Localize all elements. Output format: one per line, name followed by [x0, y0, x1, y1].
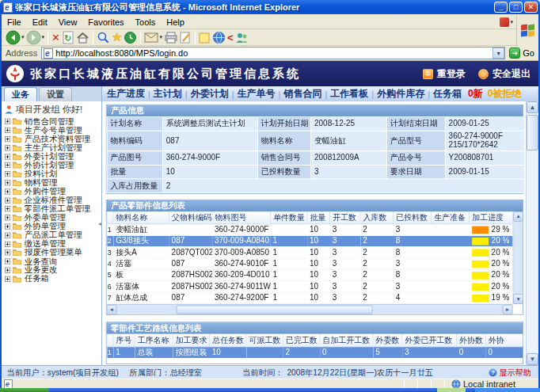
- column-header[interactable]: 批量: [307, 211, 330, 224]
- nav-item[interactable]: 任务箱: [433, 87, 462, 101]
- edit-button[interactable]: [180, 31, 192, 44]
- page-scroll-thumb[interactable]: [527, 115, 538, 150]
- tree-expand-icon[interactable]: [5, 249, 10, 255]
- column-header[interactable]: 可派工数: [246, 334, 283, 347]
- table-row[interactable]: 7缸体总成087360-274-9200F11032419 %: [107, 292, 512, 303]
- home-button[interactable]: [76, 31, 89, 44]
- tree-expand-icon[interactable]: [5, 162, 10, 168]
- windows-taskbar[interactable]: [0, 388, 540, 392]
- maximize-button[interactable]: □: [509, 2, 523, 13]
- column-header[interactable]: 已投料数: [394, 211, 432, 224]
- column-header[interactable]: 总任务数: [210, 334, 246, 347]
- menu-extension-icon[interactable]: [500, 17, 509, 27]
- nav-item[interactable]: 生产单号: [238, 87, 276, 101]
- column-header[interactable]: 单件数量: [270, 211, 306, 224]
- scroll-thumb[interactable]: [177, 305, 373, 314]
- tree-expand-icon[interactable]: [5, 259, 10, 265]
- nav-item[interactable]: 生产进度: [107, 87, 145, 101]
- page-vertical-scrollbar[interactable]: ▲ ▼: [526, 101, 538, 365]
- forward-button[interactable]: ▾: [26, 30, 45, 45]
- messenger-buddy-button[interactable]: [235, 32, 249, 44]
- nav-item[interactable]: 主计划: [154, 87, 182, 101]
- scroll-up-icon[interactable]: ▲: [513, 211, 523, 222]
- nav-item[interactable]: 外委计划: [191, 87, 229, 101]
- sidebar-collapse-arrow[interactable]: ◂: [98, 220, 101, 227]
- tree-expand-icon[interactable]: [5, 215, 10, 220]
- logout-button[interactable]: ◎ 安全退出: [478, 67, 530, 81]
- start-button-fragment[interactable]: [0, 388, 49, 392]
- history-button[interactable]: [124, 31, 137, 44]
- tree-expand-icon[interactable]: [5, 241, 10, 246]
- tree-expand-icon[interactable]: [5, 268, 10, 273]
- tab-settings[interactable]: 设置: [39, 87, 72, 101]
- column-header[interactable]: 外协: [485, 334, 523, 347]
- column-header[interactable]: 外委已开工数: [402, 334, 457, 347]
- tree-expand-icon[interactable]: [5, 232, 10, 238]
- show-help-link[interactable]: ? 显示帮助: [489, 367, 531, 378]
- scroll-left-icon[interactable]: ◄: [107, 305, 117, 315]
- page-scroll-up-icon[interactable]: ▲: [527, 101, 538, 113]
- menu-item-view[interactable]: View: [53, 17, 83, 27]
- tree-expand-icon[interactable]: [5, 197, 10, 203]
- column-header[interactable]: 自加工开工数: [320, 334, 373, 347]
- stop-button[interactable]: ✕: [51, 32, 60, 44]
- column-header[interactable]: 父物料编码: [169, 211, 211, 224]
- menu-item-edit[interactable]: Edit: [27, 17, 53, 27]
- tree-item[interactable]: 业务更改: [5, 266, 101, 275]
- column-header[interactable]: 物料名称: [113, 211, 169, 224]
- table-row[interactable]: 4活塞087360-274-9010F11032320 %: [107, 258, 512, 269]
- tree-expand-icon[interactable]: [5, 119, 10, 124]
- parts-horizontal-scrollbar[interactable]: ◄ ►: [107, 304, 513, 314]
- table-row[interactable]: 3接头A2087QT002370-009-A085011032820 %: [107, 247, 512, 258]
- relogin-button[interactable]: ⚿ 重登录: [423, 67, 466, 81]
- messenger-globe-button[interactable]: [212, 31, 226, 44]
- tree-expand-icon[interactable]: [5, 127, 10, 133]
- column-header[interactable]: 物料图号: [212, 211, 271, 224]
- tree-expand-icon[interactable]: [5, 154, 10, 159]
- parts-vertical-scrollbar[interactable]: ▲ ▼: [512, 211, 523, 304]
- column-header[interactable]: 加工要求: [173, 334, 209, 347]
- menu-item-help[interactable]: Help: [161, 17, 190, 27]
- menu-item-file[interactable]: File: [2, 17, 27, 27]
- column-header[interactable]: 开工数: [330, 211, 360, 224]
- tree-expand-icon[interactable]: [5, 171, 10, 177]
- table-row[interactable]: 2G3/8接头087370-009-A084011032820 %: [107, 235, 512, 246]
- table-row[interactable]: 11总装按图组装10205300: [107, 347, 523, 358]
- column-header[interactable]: 加工进度: [470, 211, 513, 224]
- back-button[interactable]: ▾: [6, 30, 25, 45]
- tree-expand-icon[interactable]: [5, 223, 10, 229]
- favorites-button[interactable]: ★: [112, 30, 122, 44]
- refresh-button[interactable]: ↻: [62, 31, 74, 44]
- column-header[interactable]: 外委数: [373, 334, 402, 347]
- tab-business[interactable]: 业务: [4, 87, 37, 101]
- notes-button[interactable]: [199, 32, 211, 44]
- tree-expand-icon[interactable]: [5, 188, 10, 194]
- tree-expand-icon[interactable]: [5, 206, 10, 211]
- close-button[interactable]: ✕: [524, 2, 538, 13]
- mail-button[interactable]: ▾: [144, 32, 162, 43]
- table-row[interactable]: 6活塞体2087HS002360-274-9011W11032320 %: [107, 281, 512, 292]
- nav-item[interactable]: 工作看板: [330, 87, 368, 101]
- nav-item[interactable]: 销售合同: [283, 87, 321, 101]
- column-header[interactable]: 生产准备: [432, 211, 470, 224]
- address-dropdown-button[interactable]: ▼: [492, 48, 504, 59]
- column-header[interactable]: 工序名称: [135, 334, 173, 347]
- address-input[interactable]: e http://localhost:8080/MPS/login.do ▼: [41, 47, 505, 59]
- realplayer-button[interactable]: <: [227, 32, 234, 44]
- scroll-right-icon[interactable]: ►: [503, 305, 513, 315]
- column-header[interactable]: 外协数: [457, 334, 486, 347]
- menu-item-tools[interactable]: Tools: [130, 17, 162, 27]
- menu-item-favorites[interactable]: Favorites: [82, 17, 129, 27]
- print-button[interactable]: [164, 32, 178, 44]
- tree-expand-icon[interactable]: [5, 180, 10, 185]
- search-button[interactable]: [97, 31, 110, 44]
- column-header[interactable]: 入库数: [360, 211, 394, 224]
- page-scroll-down-icon[interactable]: ▼: [527, 353, 538, 365]
- table-row[interactable]: 1变幅油缸360-274-9000F1032329 %: [107, 224, 512, 235]
- column-header[interactable]: 已完工数: [283, 334, 319, 347]
- column-header[interactable]: 序号: [113, 334, 135, 347]
- scroll-down-icon[interactable]: ▼: [513, 294, 523, 304]
- tree-expand-icon[interactable]: [5, 136, 10, 142]
- minimize-button[interactable]: _: [494, 2, 508, 13]
- tree-expand-icon[interactable]: [5, 145, 10, 150]
